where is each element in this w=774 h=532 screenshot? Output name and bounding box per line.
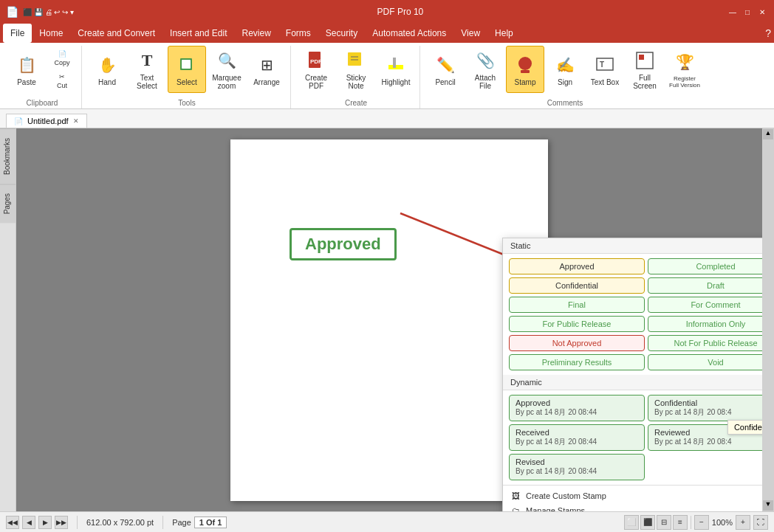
svg-rect-10 — [521, 70, 530, 73]
full-screen-button[interactable]: Full Screen — [626, 46, 664, 93]
page-number: 1 Of 1 — [194, 517, 227, 528]
continuous-view[interactable]: ⬛ — [640, 515, 655, 530]
last-page-button[interactable]: ▶▶ — [55, 516, 68, 529]
marquee-zoom-label: Marquee zoom — [210, 74, 243, 90]
menu-create-convert[interactable]: Create and Convert — [70, 24, 162, 43]
dimensions-label: 612.00 x 792.00 pt — [86, 518, 154, 527]
stamp-for-public-release[interactable]: For Public Release — [509, 316, 645, 332]
help-icon[interactable]: ? — [765, 27, 771, 39]
sidebar-bookmarks[interactable]: Bookmarks — [0, 128, 16, 184]
app-icon: 📄 — [6, 6, 18, 18]
menu-automated[interactable]: Automated Actions — [365, 24, 453, 43]
minimize-button[interactable]: — — [727, 6, 739, 18]
stamp-final[interactable]: Final — [509, 297, 645, 313]
menu-security[interactable]: Security — [318, 24, 365, 43]
cut-button[interactable]: ✂ Cut — [47, 70, 77, 92]
paste-button[interactable]: 📋 Paste — [7, 46, 46, 93]
manage-stamps[interactable]: 🗂 Manage Stamps — [509, 503, 762, 511]
stamp-approved[interactable]: Approved — [509, 258, 645, 274]
dynamic-stamp-confidential[interactable]: Confidential By pc at 14 8月 20 08:4 — [648, 395, 762, 421]
quick-access: ⬛ 💾 🖨 ↩ ↪ ▾ — [23, 8, 74, 16]
svg-rect-1 — [182, 60, 191, 69]
cut-label: Cut — [57, 82, 67, 89]
text-box-button[interactable]: T Text Box — [586, 46, 624, 93]
title-bar: 📄 ⬛ 💾 🖨 ↩ ↪ ▾ PDF Pro 10 — □ ✕ — [0, 0, 774, 24]
stamp-icon — [513, 53, 537, 77]
arrange-button[interactable]: ⊞ Arrange — [247, 46, 286, 93]
two-page-view[interactable]: ⊟ — [657, 515, 671, 530]
scroll-down[interactable]: ▼ — [763, 500, 773, 511]
dynamic-stamp-revised[interactable]: Revised By pc at 14 8月 20 08:44 — [509, 454, 645, 480]
menu-insert-edit[interactable]: Insert and Edit — [162, 24, 234, 43]
tools-label: Tools — [88, 97, 286, 108]
select-label: Select — [177, 78, 197, 86]
pencil-button[interactable]: ✏️ Pencil — [426, 46, 465, 93]
stamp-draft[interactable]: Draft — [648, 277, 762, 294]
svg-text:PDF: PDF — [310, 58, 322, 65]
arrange-icon: ⊞ — [255, 53, 278, 77]
select-button[interactable]: Select — [168, 46, 206, 93]
tab-icon: 📄 — [14, 117, 23, 125]
zoom-fit-button[interactable]: ⛶ — [753, 515, 768, 530]
zoom-in-button[interactable]: + — [736, 515, 750, 530]
scroll-view[interactable]: ≡ — [673, 515, 688, 530]
status-right: ⬜ ⬛ ⊟ ≡ − 100% + ⛶ — [624, 515, 768, 530]
single-page-view[interactable]: ⬜ — [624, 515, 639, 530]
tab-close-button[interactable]: ✕ — [73, 117, 79, 125]
stamp-not-approved[interactable]: Not Approved — [509, 335, 645, 351]
divider-2 — [162, 516, 163, 529]
text-box-icon: T — [593, 53, 617, 77]
dynamic-received-title: Received — [516, 428, 638, 437]
right-scrollbar[interactable]: ▲ ▼ — [762, 128, 774, 511]
highlight-button[interactable]: Highlight — [377, 46, 415, 93]
copy-button[interactable]: 📄 Copy — [47, 47, 77, 69]
close-button[interactable]: ✕ — [756, 6, 768, 18]
stamp-information-only[interactable]: Information Only — [648, 316, 762, 332]
sticky-note-label: Sticky Note — [340, 74, 372, 90]
sticky-note-button[interactable]: Sticky Note — [337, 46, 375, 93]
menu-review[interactable]: Review — [234, 24, 278, 43]
stamp-not-for-public-release[interactable]: Not For Public Release — [648, 335, 762, 351]
create-label: Create — [297, 97, 415, 108]
stamp-confidential[interactable]: Confidential — [509, 277, 645, 294]
stamp-completed[interactable]: Completed — [648, 258, 762, 274]
pdf-tab[interactable]: 📄 Untitled.pdf ✕ — [6, 114, 87, 128]
scroll-up[interactable]: ▲ — [763, 129, 773, 139]
menu-help[interactable]: Help — [487, 24, 521, 43]
clipboard-buttons: 📋 Paste 📄 Copy ✂ Cut — [7, 46, 77, 97]
attach-file-button[interactable]: 📎 Attach File — [466, 46, 504, 93]
register-label: Register Full Version — [668, 75, 701, 89]
stamp-preliminary-results[interactable]: Preliminary Results — [509, 354, 645, 370]
maximize-button[interactable]: □ — [742, 6, 753, 18]
stamp-button[interactable]: Stamp — [506, 46, 544, 93]
dynamic-section-label: Dynamic — [503, 375, 762, 390]
stamp-for-comment[interactable]: For Comment — [648, 297, 762, 313]
register-button[interactable]: 🏆 Register Full Version — [665, 46, 704, 93]
hand-label: Hand — [98, 78, 116, 86]
dynamic-confidential-sub: By pc at 14 8月 20 08:4 — [654, 407, 762, 418]
menu-home[interactable]: Home — [32, 24, 70, 43]
create-pdf-icon: PDF — [304, 49, 328, 72]
next-page-button[interactable]: ▶ — [38, 516, 52, 529]
page-label: Page — [172, 518, 191, 527]
dynamic-stamp-approved[interactable]: Approved By pc at 14 8月 20 08:44 — [509, 395, 645, 421]
sign-icon: ✍️ — [553, 53, 577, 77]
sign-button[interactable]: ✍️ Sign — [546, 46, 584, 93]
menu-file[interactable]: File — [3, 24, 32, 43]
menu-forms[interactable]: Forms — [278, 24, 318, 43]
sidebar-pages[interactable]: Pages — [0, 184, 16, 223]
first-page-button[interactable]: ◀◀ — [6, 516, 19, 529]
zoom-out-button[interactable]: − — [694, 515, 709, 530]
menu-view[interactable]: View — [453, 24, 487, 43]
hand-button[interactable]: ✋ Hand — [88, 46, 126, 93]
create-custom-stamp[interactable]: 🖼 Create Custom Stamp — [509, 488, 762, 503]
prev-page-button[interactable]: ◀ — [22, 516, 35, 529]
marquee-zoom-button[interactable]: 🔍 Marquee zoom — [208, 46, 246, 93]
stamp-void[interactable]: Void — [648, 354, 762, 370]
attach-file-icon: 📎 — [473, 49, 497, 72]
dynamic-stamp-received[interactable]: Received By pc at 14 8月 20 08:44 — [509, 424, 645, 451]
paste-icon: 📋 — [15, 53, 38, 77]
text-select-button[interactable]: T Text Select — [128, 46, 166, 93]
zoom-level: 100% — [712, 518, 733, 527]
create-pdf-button[interactable]: PDF Create PDF — [297, 46, 335, 93]
